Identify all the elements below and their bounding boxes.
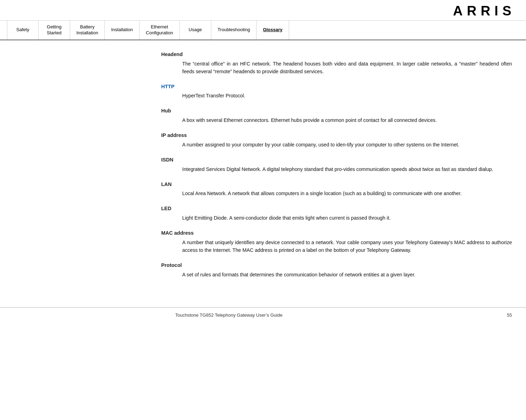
glossary-entry-mac-address: MAC addressA number that uniquely identi…	[161, 229, 512, 254]
entry-definition-hub: A box with several Ethernet connectors. …	[161, 116, 512, 124]
entry-definition-http: HyperText Transfer Protocol.	[161, 92, 512, 99]
glossary-entry-headend: HeadendThe “central office” in an HFC ne…	[161, 51, 512, 75]
glossary-entry-hub: HubA box with several Ethernet connector…	[161, 107, 512, 124]
entry-term-ip-address: IP address	[161, 132, 512, 139]
arris-logo: ARRIS	[453, 4, 515, 18]
entry-definition-isdn: Integrated Services Digital Network. A d…	[161, 165, 512, 173]
entry-definition-headend: The “central office” in an HFC network. …	[161, 60, 512, 75]
glossary-entry-led: LEDLight Emitting Diode. A semi-conducto…	[161, 205, 512, 222]
nav-item-battery-installation[interactable]: BatteryInstallation	[70, 21, 105, 40]
nav-item-troubleshooting[interactable]: Troubleshooting	[211, 21, 257, 40]
nav-item-usage[interactable]: Usage	[180, 21, 211, 40]
left-spacer	[0, 51, 161, 286]
nav-item-installation[interactable]: Installation	[105, 21, 139, 40]
entry-term-http: HTTP	[161, 83, 512, 91]
nav-item-glossary[interactable]: Glossary	[257, 21, 289, 40]
main-content: HeadendThe “central office” in an HFC ne…	[0, 40, 526, 300]
entry-definition-mac-address: A number that uniquely identifies any de…	[161, 239, 512, 254]
entry-definition-protocol: A set of rules and formats that determin…	[161, 271, 512, 278]
nav-item-ethernet-configuration[interactable]: EthernetConfiguration	[139, 21, 179, 40]
glossary-entry-lan: LANLocal Area Network. A network that al…	[161, 181, 512, 198]
nav-item-getting-started[interactable]: GettingStarted	[39, 21, 70, 40]
entry-definition-led: Light Emitting Diode. A semi-conductor d…	[161, 214, 512, 222]
glossary-entry-ip-address: IP addressA number assigned to your comp…	[161, 132, 512, 149]
footer: Touchstone TG852 Telephony Gateway User’…	[0, 307, 526, 323]
content-area: HeadendThe “central office” in an HFC ne…	[161, 51, 526, 286]
glossary-entry-protocol: ProtocolA set of rules and formats that …	[161, 262, 512, 278]
entry-term-hub: Hub	[161, 107, 512, 115]
entry-term-mac-address: MAC address	[161, 229, 512, 237]
entry-definition-ip-address: A number assigned to your computer by yo…	[161, 141, 512, 149]
footer-page-number: 55	[507, 312, 512, 318]
entry-definition-lan: Local Area Network. A network that allow…	[161, 190, 512, 197]
footer-title: Touchstone TG852 Telephony Gateway User’…	[14, 312, 282, 318]
logo-bar: ARRIS	[0, 0, 526, 21]
entry-term-isdn: ISDN	[161, 156, 512, 164]
entry-term-headend: Headend	[161, 51, 512, 58]
glossary-entry-isdn: ISDNIntegrated Services Digital Network.…	[161, 156, 512, 173]
navigation: SafetyGettingStartedBatteryInstallationI…	[0, 21, 526, 40]
entry-term-led: LED	[161, 205, 512, 213]
entry-term-protocol: Protocol	[161, 262, 512, 269]
entry-term-lan: LAN	[161, 181, 512, 188]
nav-item-safety[interactable]: Safety	[7, 21, 39, 40]
glossary-entry-http: HTTPHyperText Transfer Protocol.	[161, 83, 512, 100]
